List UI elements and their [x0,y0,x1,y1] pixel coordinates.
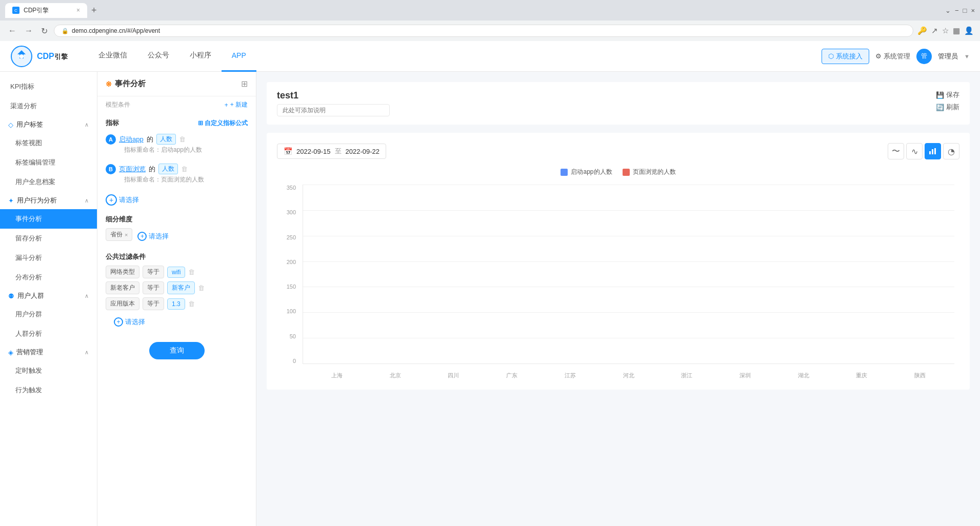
legend-color-b [623,169,630,176]
add-dimension-button[interactable]: + 请选择 [137,232,169,241]
metric-type-a[interactable]: 人数 [156,134,176,145]
date-range[interactable]: 📅 2022-09-15 至 2022-09-22 [277,144,386,159]
sidebar-category-marketing[interactable]: ◈ 营销管理 ∧ [0,343,97,361]
delete-filter-1[interactable]: 🗑 [188,268,195,276]
fire-icon: ※ [106,80,112,88]
x-axis-label: 河北 [599,372,658,379]
browser-maximize-icon[interactable]: □ [963,7,967,14]
browser-close-icon[interactable]: × [971,7,975,14]
date-to: 2022-09-22 [346,148,380,155]
browser-collapse-icon[interactable]: ⌄ [945,7,951,14]
metric-of-b: 的 [149,165,155,174]
sidebar-item-user-segment[interactable]: 用户分群 [0,305,97,324]
system-manage-button[interactable]: ⚙ 系统管理 [875,52,910,61]
back-button[interactable]: ← [6,24,18,37]
chart-toolbar: 📅 2022-09-15 至 2022-09-22 〜 ∿ [277,143,959,159]
sidebar-item-event-analysis[interactable]: 事件分析 [0,209,97,229]
delete-metric-b[interactable]: 🗑 [181,165,188,173]
save-icon: 💾 [936,91,944,99]
sidebar-item-funnel[interactable]: 漏斗分析 [0,248,97,268]
profile-icon[interactable]: 👤 [964,26,974,35]
sidebar-toggle-icon[interactable]: ▦ [953,26,960,35]
y-axis-label: 250 [287,234,296,240]
sidebar-item-tag-edit[interactable]: 标签编辑管理 [0,153,97,172]
date-from: 2022-09-15 [296,148,331,155]
user-name[interactable]: 管理员 [938,52,958,61]
metrics-section: 指标 ⊞ 自定义指标公式 [97,113,256,131]
sidebar-item-user-profile[interactable]: 用户全息档案 [0,172,97,192]
save-button[interactable]: 💾 保存 [936,90,959,99]
sidebar-item-distribution[interactable]: 分布分析 [0,268,97,287]
chart-legend: 启动app的人数 页面浏览的人数 [277,168,959,176]
browser-toolbar: 🔑 ↗ ☆ ▦ 👤 [917,26,974,35]
curve-chart-button[interactable]: ∿ [906,143,923,159]
browser-minimize-icon[interactable]: − [955,7,959,14]
filter-val-2[interactable]: 新客户 [167,281,195,294]
filter-op-2[interactable]: 等于 [143,281,164,294]
metric-event-b[interactable]: 页面浏览 [119,165,146,174]
add-filter-button[interactable]: + 请选择 [106,313,248,331]
dimension-tag-province[interactable]: 省份 × [106,228,132,241]
new-model-button[interactable]: + + 新建 [225,100,248,109]
main-layout: KPI指标 渠道分析 ◇ 用户标签 ∧ 标签视图 标签编辑管理 用户全息档案 ✦ [0,72,980,526]
report-actions: 💾 保存 🔄 刷新 [936,90,959,112]
filter-field-1[interactable]: 网络类型 [106,266,139,278]
delete-filter-3[interactable]: 🗑 [188,300,195,308]
sidebar-category-user-group[interactable]: ⚉ 用户人群 ∧ [0,287,97,305]
sidebar-item-tag-view[interactable]: 标签视图 [0,133,97,153]
tab-close-icon[interactable]: × [76,7,80,14]
delete-filter-2[interactable]: 🗑 [198,284,205,292]
grid-icon[interactable]: ⊞ [241,79,248,89]
sidebar-item-crowd-analysis[interactable]: 人群分析 [0,324,97,343]
add-metric-button[interactable]: + 请选择 [97,190,256,210]
filter-field-2[interactable]: 新老客户 [106,281,139,294]
custom-formula-link[interactable]: ⊞ 自定义指标公式 [198,119,248,128]
sidebar-item-kpi[interactable]: KPI指标 [0,77,97,96]
nav-item-official-account[interactable]: 公众号 [137,41,179,72]
filter-field-3[interactable]: 应用版本 [106,297,139,310]
chevron-up-icon: ∧ [85,122,89,128]
refresh-button[interactable]: ↻ [39,24,50,38]
sidebar-item-timer-trigger[interactable]: 定时触发 [0,361,97,380]
user-dropdown-icon[interactable]: ▼ [964,53,970,59]
nav-item-mini-program[interactable]: 小程序 [179,41,222,72]
nav-item-app[interactable]: APP [222,41,256,72]
star-icon[interactable]: ☆ [942,26,949,35]
nav-right: ⬡ 系统接入 ⚙ 系统管理 管 管理员 ▼ [822,49,970,64]
line-chart-button[interactable]: 〜 [888,143,904,159]
sidebar-item-behavior-trigger[interactable]: 行为触发 [0,380,97,400]
pie-chart-button[interactable]: ◔ [943,143,959,159]
y-axis-label: 300 [287,209,296,215]
refresh-icon: 🔄 [936,104,944,111]
nav-item-wechat-work[interactable]: 企业微信 [88,41,137,72]
content-area: ※ 事件分析 ⊞ 模型条件 + + 新建 指标 ⊞ 自定 [97,72,980,526]
share-icon[interactable]: ↗ [931,26,938,35]
filter-row-2: 新老客户 等于 新客户 🗑 [106,281,248,294]
browser-tab[interactable]: C CDP引擎 × [5,3,87,18]
metric-event-a[interactable]: 启动app [119,135,144,144]
key-icon[interactable]: 🔑 [917,26,927,35]
query-button[interactable]: 查询 [149,342,205,359]
filter-val-3[interactable]: 1.3 [167,298,185,310]
filter-op-1[interactable]: 等于 [143,266,164,278]
browser-chrome: C CDP引擎 × + ⌄ − □ × [0,0,980,21]
tab-favicon: C [12,7,19,14]
filter-val-1[interactable]: wifi [167,267,185,278]
bar-chart-button[interactable] [925,143,941,159]
filter-op-3[interactable]: 等于 [143,297,164,310]
sidebar-item-retention[interactable]: 留存分析 [0,229,97,248]
sidebar-category-user-tag[interactable]: ◇ 用户标签 ∧ [0,116,97,133]
delete-metric-a[interactable]: 🗑 [179,135,186,143]
sidebar-category-user-behavior[interactable]: ✦ 用户行为分析 ∧ [0,192,97,209]
remove-dimension-icon[interactable]: × [125,232,128,238]
new-tab-button[interactable]: + [91,5,97,16]
forward-button[interactable]: → [23,24,35,37]
address-bar[interactable]: 🔒 demo.cdpengine.cn/#/App/event [54,25,913,37]
system-connect-button[interactable]: ⬡ 系统接入 [822,49,869,64]
metric-type-b[interactable]: 人数 [158,164,178,174]
refresh-chart-button[interactable]: 🔄 刷新 [936,103,959,112]
report-desc-input[interactable] [277,104,390,116]
x-axis-label: 广东 [483,372,541,379]
formula-icon: ⊞ [198,119,203,127]
sidebar-item-channel[interactable]: 渠道分析 [0,96,97,116]
